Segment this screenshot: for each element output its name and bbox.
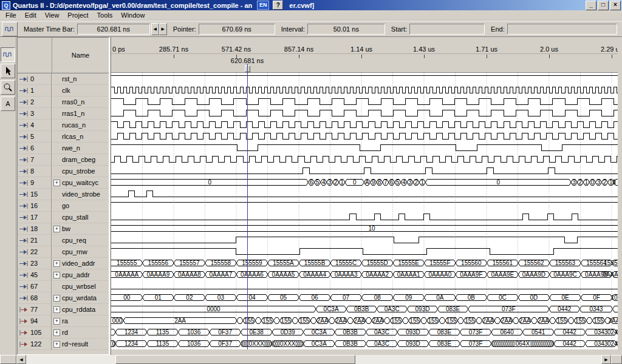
scroll-track[interactable]	[26, 355, 601, 364]
signal-name-cell[interactable]: rras0_n	[52, 96, 109, 108]
language-badge[interactable]: EN	[257, 1, 269, 10]
signal-row-ra[interactable]: 94+ra	[18, 315, 109, 327]
expand-toggle[interactable]: +	[53, 226, 60, 232]
signal-index-cell[interactable]: 1	[18, 85, 52, 96]
signal-row-cpu_addr[interactable]: 45+cpu_addr	[18, 269, 109, 281]
signal-row-rucas_n[interactable]: 4rucas_n	[18, 120, 109, 131]
signal-row-rlcas_n[interactable]: 5rlcas_n	[18, 131, 109, 143]
signal-index-cell[interactable]: 8	[18, 166, 52, 177]
waveform-editor-button[interactable]	[2, 22, 18, 36]
master-time-marker-line[interactable]	[247, 64, 248, 349]
signal-index-cell[interactable]: 18	[18, 223, 52, 235]
text-tool-button[interactable]: A	[1, 96, 15, 111]
spin-left-button[interactable]: ◀	[151, 23, 159, 35]
signal-row-cpu_stall[interactable]: 17cpu_stall	[18, 212, 109, 223]
signal-index-cell[interactable]: 0	[18, 73, 52, 85]
signal-index-cell[interactable]: 6	[18, 143, 52, 154]
signal-name-cell[interactable]: cpu_strobe	[52, 166, 109, 177]
signal-index-cell[interactable]: 23	[18, 258, 52, 269]
signal-index-cell[interactable]: 67	[18, 281, 52, 292]
signal-row-cpu_rnw[interactable]: 22cpu_rnw	[18, 246, 109, 258]
signal-name-cell[interactable]: go	[52, 200, 109, 212]
spin-right-button[interactable]: ▶	[159, 23, 167, 35]
expand-toggle[interactable]: +	[53, 272, 60, 278]
signal-name-cell[interactable]: +cpu_waitcyc	[52, 177, 109, 189]
scroll-thumb[interactable]	[115, 355, 355, 364]
signal-row-rst_n[interactable]: 0rst_n	[18, 73, 109, 85]
signal-index-cell[interactable]: 105	[18, 327, 52, 339]
signal-row-rwe_n[interactable]: 6rwe_n	[18, 143, 109, 154]
close-button[interactable]: ×	[610, 1, 621, 10]
signal-name-cell[interactable]: video_strobe	[52, 189, 109, 200]
waveform-canvas[interactable]: 06543210A9876543210321032101101555551555…	[111, 73, 618, 349]
signal-name-cell[interactable]: rlcas_n	[52, 131, 109, 143]
signal-name-cell[interactable]: rst_n	[52, 73, 109, 85]
signal-index-cell[interactable]: 77	[18, 304, 52, 315]
signal-name-cell[interactable]: clk	[52, 85, 109, 96]
expand-toggle[interactable]: +	[53, 306, 60, 313]
zoom-tool-button[interactable]	[1, 80, 15, 95]
menu-item-edit[interactable]: Edit	[21, 11, 41, 19]
signal-row-rras1_n[interactable]: 3rras1_n	[18, 108, 109, 120]
signal-name-cell[interactable]: +video_addr	[52, 258, 109, 269]
signal-index-cell[interactable]: 3	[18, 108, 52, 120]
signal-row-video_strobe[interactable]: 15video_strobe	[18, 189, 109, 200]
signal-row-dram_cbeg[interactable]: 7dram_cbeg	[18, 154, 109, 166]
signal-index-cell[interactable]: 68	[18, 292, 52, 304]
signal-row-cpu_rddata[interactable]: 77+cpu_rddata	[18, 304, 109, 315]
signal-name-cell[interactable]: cpu_req	[52, 235, 109, 246]
signal-name-cell[interactable]: dram_cbeg	[52, 154, 109, 166]
title-bar[interactable]: Q Quartus II - D:/d/pentevo/fpga/_ver0.0…	[0, 0, 622, 10]
signal-row-rd[interactable]: 105+rd	[18, 327, 109, 339]
expand-toggle[interactable]: +	[53, 341, 60, 348]
scroll-right-button[interactable]: ▶	[601, 355, 611, 364]
signal-row-clk[interactable]: 1clk	[18, 85, 109, 96]
maximize-button[interactable]: □	[598, 1, 609, 10]
signal-row-cpu_wrdata[interactable]: 68+cpu_wrdata	[18, 292, 109, 304]
scroll-left-button[interactable]: ◀	[16, 355, 26, 364]
signal-index-cell[interactable]: 15	[18, 189, 52, 200]
signal-name-cell[interactable]: cpu_stall	[52, 212, 109, 223]
expand-toggle[interactable]: +	[53, 260, 60, 267]
waveform-tool-button[interactable]	[1, 47, 15, 62]
signal-name-cell[interactable]: rwe_n	[52, 143, 109, 154]
signal-index-cell[interactable]: 2	[18, 96, 52, 108]
signal-index-cell[interactable]: 94	[18, 315, 52, 327]
signal-name-cell[interactable]: +cpu_rddata	[52, 304, 109, 315]
expand-toggle[interactable]: +	[53, 180, 60, 186]
menu-item-project[interactable]: Project	[63, 11, 92, 19]
signal-name-cell[interactable]: +ra	[52, 315, 109, 327]
expand-toggle[interactable]: +	[53, 295, 60, 302]
signal-index-cell[interactable]: 122	[18, 339, 52, 350]
signal-name-cell[interactable]: +cpu_addr	[52, 269, 109, 281]
menu-item-view[interactable]: View	[41, 11, 64, 19]
signal-index-cell[interactable]: 45	[18, 269, 52, 281]
menu-item-file[interactable]: File	[1, 11, 21, 19]
menu-item-tools[interactable]: Tools	[93, 11, 117, 19]
signal-index-cell[interactable]: 7	[18, 154, 52, 166]
signal-row-go[interactable]: 16go	[18, 200, 109, 212]
signal-name-cell[interactable]: cpu_rnw	[52, 246, 109, 258]
signal-row-cpu_wrbsel[interactable]: 67cpu_wrbsel	[18, 281, 109, 292]
signal-index-cell[interactable]: 5	[18, 131, 52, 143]
expand-toggle[interactable]: +	[53, 318, 60, 325]
help-button[interactable]: ?	[273, 1, 283, 10]
signal-index-cell[interactable]: 16	[18, 200, 52, 212]
signal-row-cpu_req[interactable]: 21cpu_req	[18, 235, 109, 246]
signal-row-rd~result[interactable]: 122+rd~result	[18, 339, 109, 350]
signal-row-cpu_strobe[interactable]: 8cpu_strobe	[18, 166, 109, 177]
signal-row-bw[interactable]: 18+bw	[18, 223, 109, 235]
time-ruler[interactable]: 620.681 ns 0 ps285.71 ns571.42 ns857.14 …	[111, 37, 618, 73]
master-time-field[interactable]: 620.681 ns	[77, 24, 150, 35]
signal-index-cell[interactable]: 17	[18, 212, 52, 223]
signal-row-cpu_waitcyc[interactable]: 9+cpu_waitcyc	[18, 177, 109, 189]
signal-name-cell[interactable]: +rd~result	[52, 339, 109, 350]
signal-row-video_addr[interactable]: 23+video_addr	[18, 258, 109, 269]
name-column-header[interactable]: Name	[52, 38, 109, 73]
minimize-button[interactable]: _	[586, 1, 596, 10]
signal-index-cell[interactable]: 21	[18, 235, 52, 246]
signal-name-cell[interactable]: rucas_n	[52, 120, 109, 131]
signal-name-cell[interactable]: rras1_n	[52, 108, 109, 120]
signal-index-cell[interactable]: 22	[18, 246, 52, 258]
signal-row-rras0_n[interactable]: 2rras0_n	[18, 96, 109, 108]
